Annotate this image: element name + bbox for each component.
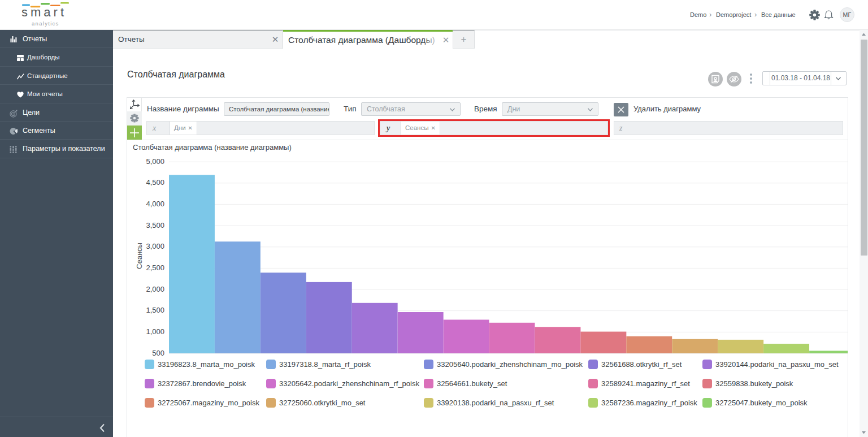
svg-text:1,500: 1,500 xyxy=(146,306,164,314)
svg-text:500: 500 xyxy=(152,349,164,357)
svg-text:2,000: 2,000 xyxy=(146,285,164,293)
svg-text:2,500: 2,500 xyxy=(146,263,164,272)
svg-text:1,000: 1,000 xyxy=(146,327,164,336)
svg-text:4,500: 4,500 xyxy=(146,178,164,187)
svg-text:5,000: 5,000 xyxy=(146,157,164,166)
svg-text:3,500: 3,500 xyxy=(146,221,164,230)
svg-text:3,000: 3,000 xyxy=(146,242,164,250)
svg-text:4,000: 4,000 xyxy=(146,200,164,208)
